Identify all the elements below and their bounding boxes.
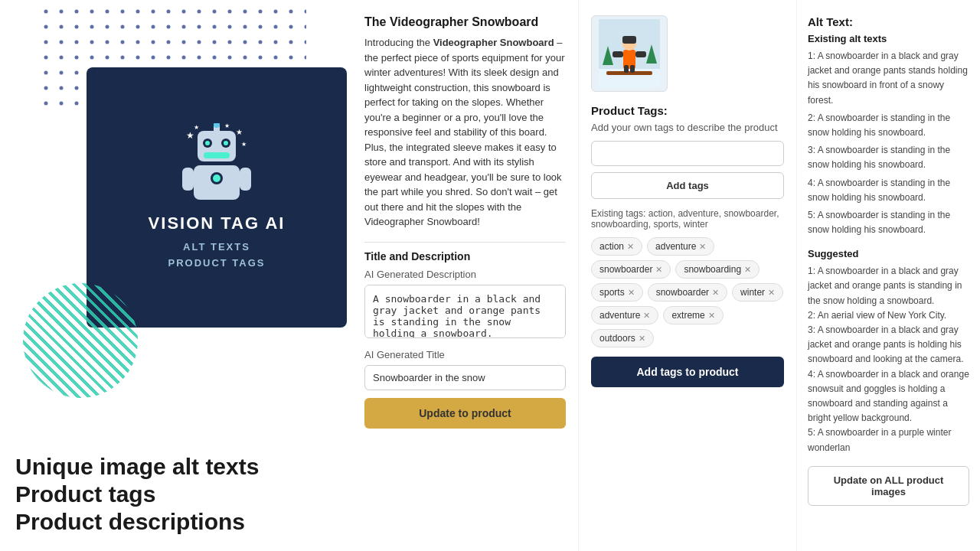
suggested-alt-texts-list: 1: A snowboarder in a black and gray jac…	[808, 264, 969, 455]
tag-chip-winter[interactable]: winter ✕	[732, 283, 783, 302]
svg-rect-137	[182, 168, 194, 191]
add-tags-to-product-button[interactable]: Add tags to product	[591, 357, 784, 387]
svg-rect-151	[635, 51, 646, 57]
suggested-alt-4: 4: A snowboarder in a black and orange s…	[808, 367, 969, 426]
svg-rect-153	[630, 65, 635, 73]
left-panel: ★ ★ ★ ★ ★ VISION TAG AI ALT TEXTS PRODUC…	[0, 0, 352, 551]
remove-tag-action[interactable]: ✕	[627, 242, 634, 252]
svg-rect-149	[622, 36, 636, 44]
remove-tag-sports[interactable]: ✕	[628, 288, 635, 298]
product-thumbnail	[591, 15, 668, 92]
svg-rect-152	[624, 65, 629, 73]
suggested-alt-2: 2: An aerial view of New York City.	[808, 308, 969, 323]
tag-chip-adventure-2[interactable]: adventure ✕	[591, 306, 658, 324]
tag-input-field[interactable]	[591, 141, 784, 166]
tag-chip-extreme[interactable]: extreme ✕	[663, 306, 723, 324]
tag-chip-action[interactable]: action ✕	[591, 237, 642, 256]
existing-alt-texts-list: 1: A snowboarder in a black and gray jac…	[808, 49, 969, 237]
tags-section-title: Product Tags:	[591, 104, 784, 117]
existing-alt-1: 1: A snowboarder in a black and gray jac…	[808, 49, 969, 108]
tag-chip-snowboarder-2[interactable]: snowboarder ✕	[648, 283, 727, 302]
svg-point-129	[205, 141, 210, 145]
update-to-product-button[interactable]: Update to product	[364, 398, 566, 429]
svg-rect-146	[606, 71, 652, 75]
update-all-product-images-button[interactable]: Update on ALL product images	[808, 466, 969, 506]
svg-text:★: ★	[194, 124, 199, 131]
existing-alt-5: 5: A snowboarder is standing in the snow…	[808, 208, 969, 237]
ai-title-input[interactable]	[364, 365, 566, 390]
remove-tag-snowboarder-2[interactable]: ✕	[712, 288, 719, 298]
ai-description-textarea[interactable]	[364, 285, 566, 338]
existing-alt-texts-title: Existing alt texts	[808, 33, 969, 44]
tag-chip-snowboarder-1[interactable]: snowboarder ✕	[591, 260, 671, 279]
svg-rect-133	[204, 152, 230, 158]
remove-tag-snowboarder-1[interactable]: ✕	[655, 265, 662, 275]
alt-text-panel: Alt Text: Existing alt texts 1: A snowbo…	[796, 0, 980, 551]
svg-text:★: ★	[186, 130, 194, 141]
svg-text:★: ★	[236, 128, 243, 136]
suggested-alt-5: 5: A snowboarder in a purple winter wond…	[808, 425, 969, 455]
logo-card: ★ ★ ★ ★ ★ VISION TAG AI ALT TEXTS PRODUC…	[87, 67, 347, 328]
logo-title: VISION TAG AI	[149, 214, 286, 233]
existing-alt-2: 2: A snowboarder is standing in the snow…	[808, 111, 969, 140]
svg-text:★: ★	[224, 123, 230, 129]
title-description-section-label: Title and Description	[364, 242, 566, 262]
remove-tag-snowboarding[interactable]: ✕	[744, 265, 751, 275]
tag-chip-sports[interactable]: sports ✕	[591, 283, 643, 302]
existing-alt-3: 3: A snowboarder is standing in the snow…	[808, 143, 969, 172]
product-title: The Videographer Snowboard	[364, 15, 566, 29]
robot-icon: ★ ★ ★ ★ ★	[178, 123, 255, 207]
tagline-3: Product descriptions	[15, 508, 352, 536]
svg-point-136	[213, 174, 220, 182]
snowboarder-thumbnail-image	[599, 19, 660, 88]
alt-text-section-title: Alt Text:	[808, 15, 969, 28]
tag-chip-adventure[interactable]: adventure ✕	[647, 237, 714, 256]
suggested-alt-3: 3: A snowboarder in a black and gray jac…	[808, 323, 969, 367]
ai-title-label: AI Generated Title	[364, 349, 566, 360]
teal-circle-decoration	[23, 283, 138, 398]
tagline-1: Unique image alt texts	[15, 453, 352, 481]
tagline-2: Product tags	[15, 481, 352, 508]
product-description: Introducing the Videographer Snowboard –…	[364, 35, 566, 230]
suggested-alt-1: 1: A snowboarder in a black and gray jac…	[808, 264, 969, 308]
svg-rect-150	[612, 51, 623, 57]
product-info-panel: The Videographer Snowboard Introducing t…	[352, 0, 578, 551]
svg-point-130	[224, 141, 228, 145]
remove-tag-extreme[interactable]: ✕	[708, 311, 715, 321]
remove-tag-adventure-2[interactable]: ✕	[643, 311, 650, 321]
svg-text:★: ★	[241, 141, 247, 148]
suggested-alt-texts-title: Suggested	[808, 248, 969, 259]
tags-panel: Product Tags: Add your own tags to descr…	[578, 0, 796, 551]
remove-tag-adventure[interactable]: ✕	[699, 242, 706, 252]
tag-chip-outdoors[interactable]: outdoors ✕	[591, 329, 654, 347]
bottom-taglines: Unique image alt texts Product tags Prod…	[15, 453, 352, 536]
remove-tag-winter[interactable]: ✕	[768, 288, 775, 298]
logo-subtitle: ALT TEXTS PRODUCT TAGS	[168, 240, 265, 272]
tags-description: Add your own tags to describe the produc…	[591, 122, 784, 133]
existing-alt-4: 4: A snowboarder is standing in the snow…	[808, 176, 969, 205]
tag-chip-snowboarding[interactable]: snowboarding ✕	[675, 260, 760, 279]
existing-tags-label: Existing tags: action, adventure, snowbo…	[591, 208, 784, 230]
ai-desc-label: AI Generated Description	[364, 269, 566, 280]
tags-cloud: action ✕ adventure ✕ snowboarder ✕ snowb…	[591, 237, 784, 347]
svg-rect-138	[240, 168, 251, 191]
remove-tag-outdoors[interactable]: ✕	[639, 334, 645, 344]
add-tags-button[interactable]: Add tags	[591, 172, 784, 199]
